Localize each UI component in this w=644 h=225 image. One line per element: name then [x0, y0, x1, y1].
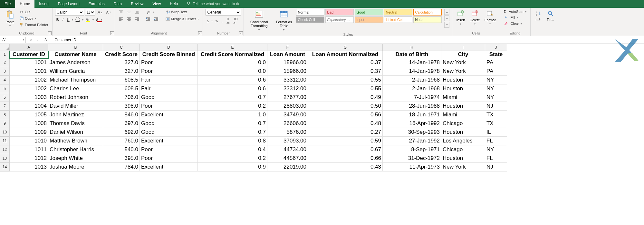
autosum-button[interactable]: Σ AutoSum▾ [503, 9, 528, 14]
name-box[interactable]: A1▾ [1, 37, 26, 43]
row-header-13[interactable]: 13 [0, 154, 10, 163]
tab-page-layout[interactable]: Page Layout [53, 0, 84, 8]
data-cell[interactable]: 0.7 [198, 93, 267, 102]
number-format-select[interactable]: General [206, 9, 241, 15]
data-cell[interactable]: 0.7 [198, 128, 267, 137]
data-cell[interactable]: TX [485, 119, 507, 128]
styles-scroll-up[interactable]: ▲ [444, 9, 449, 15]
alignment-launcher[interactable]: ⌐ [198, 31, 202, 35]
font-size-select[interactable]: 11 [85, 9, 95, 15]
data-cell[interactable]: 7-Jul-1974 [383, 93, 441, 102]
data-cell[interactable]: 1001 [10, 67, 48, 76]
cell-style-normal[interactable]: Normal [296, 9, 324, 15]
data-cell[interactable]: IL [485, 128, 507, 137]
data-cell[interactable]: 0.67 [308, 145, 383, 154]
fill-button[interactable]: Fill▾ [503, 15, 519, 20]
data-cell[interactable]: 760.0 [103, 137, 140, 145]
data-cell[interactable]: PA [485, 58, 507, 67]
data-cell[interactable]: 1001 [10, 58, 48, 67]
data-cell[interactable]: 0.27 [308, 128, 383, 137]
row-header-9[interactable]: 9 [0, 119, 10, 128]
data-cell[interactable]: 22019.00 [267, 163, 308, 171]
italic-button[interactable]: I [61, 17, 65, 22]
data-cell[interactable]: NJ [485, 163, 507, 171]
data-cell[interactable]: 1005 [10, 111, 48, 119]
wrap-text-button[interactable]: abWrap Text [164, 9, 200, 15]
data-cell[interactable]: Miami [441, 111, 485, 119]
column-header-J[interactable]: J [485, 44, 507, 51]
row-header-7[interactable]: 7 [0, 102, 10, 111]
data-cell[interactable]: 1009 [10, 128, 48, 137]
clear-button[interactable]: Clear▾ [503, 21, 523, 26]
data-cell[interactable]: 540.0 [103, 145, 140, 154]
column-header-E[interactable]: E [198, 44, 267, 51]
tab-file[interactable]: File [0, 0, 15, 8]
data-cell[interactable]: David Miller [48, 102, 103, 111]
data-cell[interactable]: Poor [140, 58, 198, 67]
comma-format-button[interactable]: , [220, 18, 224, 24]
data-cell[interactable]: FL [485, 137, 507, 145]
data-cell[interactable]: 1011 [10, 145, 48, 154]
header-cell[interactable]: Credit Score [103, 51, 140, 58]
tab-review[interactable]: Review [126, 0, 148, 8]
data-cell[interactable]: Houston [441, 154, 485, 163]
data-cell[interactable]: Thomas Davis [48, 119, 103, 128]
data-cell[interactable]: Miami [441, 93, 485, 102]
increase-decimal-button[interactable]: .0.00 [225, 17, 231, 25]
data-cell[interactable]: Poor [140, 154, 198, 163]
data-cell[interactable]: 0.49 [308, 93, 383, 102]
font-launcher[interactable]: ⌐ [110, 31, 114, 35]
data-cell[interactable]: FL [485, 154, 507, 163]
fx-button[interactable]: fx [43, 38, 49, 42]
data-cell[interactable]: 0.55 [308, 76, 383, 84]
format-as-table-button[interactable]: Format as Table▾ [274, 9, 294, 32]
data-cell[interactable]: 8-Sep-1971 [383, 145, 441, 154]
accounting-format-button[interactable]: $ [206, 18, 210, 24]
data-cell[interactable]: NJ [485, 102, 507, 111]
select-all-corner[interactable] [0, 44, 10, 51]
formula-input[interactable] [53, 37, 644, 43]
data-cell[interactable]: 26606.00 [267, 119, 308, 128]
data-cell[interactable]: 0.0 [198, 67, 267, 76]
data-cell[interactable]: 0.43 [308, 163, 383, 171]
data-cell[interactable]: 0.50 [308, 102, 383, 111]
format-painter-button[interactable]: Format Painter [18, 22, 50, 28]
delete-cells-button[interactable]: Delete▾ [468, 9, 481, 26]
data-cell[interactable]: New York [441, 58, 485, 67]
cut-button[interactable]: ✂Cut [18, 9, 50, 15]
row-header-12[interactable]: 12 [0, 145, 10, 154]
data-cell[interactable]: Charles Lee [48, 84, 103, 93]
row-header-6[interactable]: 6 [0, 93, 10, 102]
row-header-1[interactable]: 1 [0, 51, 10, 58]
decrease-decimal-button[interactable]: .00.0 [232, 17, 239, 25]
data-cell[interactable]: 846.0 [103, 111, 140, 119]
data-cell[interactable]: 0.0 [198, 58, 267, 67]
align-center-button[interactable] [126, 16, 133, 22]
fill-color-button[interactable] [84, 17, 91, 23]
sort-filter-button[interactable]: AZrt & [533, 9, 543, 22]
header-cell[interactable]: State [485, 51, 507, 58]
data-cell[interactable]: 15966.00 [267, 58, 308, 67]
header-cell[interactable]: Customer ID [10, 51, 48, 58]
copy-button[interactable]: Copy▾ [18, 15, 50, 21]
styles-scroll-down[interactable]: ▼ [444, 15, 449, 21]
data-cell[interactable]: 2-Jan-1968 [383, 84, 441, 93]
row-header-14[interactable]: 14 [0, 163, 10, 171]
data-cell[interactable]: Joshua Moore [48, 163, 103, 171]
find-select-button[interactable]: Fin... [545, 9, 556, 22]
data-cell[interactable]: 1.0 [198, 111, 267, 119]
data-cell[interactable]: Matthew Brown [48, 137, 103, 145]
align-right-button[interactable] [134, 16, 141, 22]
data-cell[interactable]: Michael Thompson [48, 76, 103, 84]
paste-button[interactable]: Paste ▾ [4, 9, 16, 28]
data-cell[interactable]: 0.66 [308, 154, 383, 163]
data-cell[interactable]: 784.0 [103, 163, 140, 171]
row-header-11[interactable]: 11 [0, 137, 10, 145]
header-cell[interactable]: Date of Birth [383, 51, 441, 58]
data-cell[interactable]: 14-Jan-1978 [383, 58, 441, 67]
data-cell[interactable]: 0.2 [198, 102, 267, 111]
tab-insert[interactable]: Insert [34, 0, 53, 8]
data-cell[interactable]: 0.6 [198, 76, 267, 84]
border-button[interactable] [74, 17, 81, 23]
tab-help[interactable]: Help [165, 0, 182, 8]
